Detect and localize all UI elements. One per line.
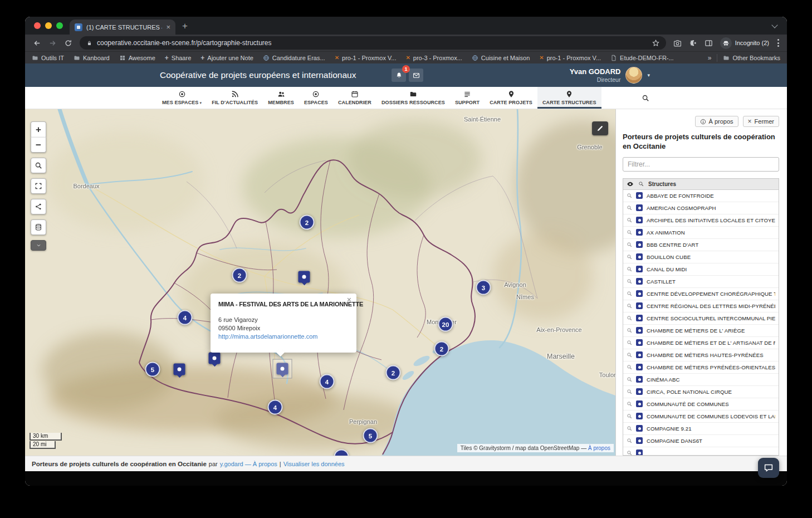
fullscreen-button[interactable]	[31, 178, 46, 194]
zoom-out-button[interactable]: −	[31, 137, 46, 153]
zoom-in-button[interactable]: +	[31, 121, 46, 137]
cluster-marker[interactable]: 2	[232, 268, 247, 283]
bookmark-item[interactable]: Etude-DEMO-FR-...	[610, 55, 674, 61]
back-button[interactable]	[30, 36, 44, 50]
nav-item-dossiers-ressources[interactable]: DOSSIERS RESSOURCES	[376, 87, 450, 109]
close-icon[interactable]: ×	[347, 296, 351, 304]
cluster-marker[interactable]: 4	[178, 310, 193, 325]
popup-link[interactable]: http://mima.artsdelamarionnette.com	[218, 333, 349, 340]
structure-row[interactable]: BBB CENTRE D'ART	[623, 239, 779, 251]
minimize-window-button[interactable]	[45, 22, 52, 29]
structure-row[interactable]: ARCHIPEL DES INITIATIVES LOCALES ET CITO…	[623, 214, 779, 227]
close-tab-icon[interactable]: ×	[166, 23, 170, 31]
structure-row[interactable]: AX ANIMATION	[623, 227, 779, 239]
structure-row[interactable]: ABBAYE DE FONTFROIDE	[623, 190, 779, 202]
structure-row[interactable]: CHAMBRE DE MÉTIERS ET DE L' ARTISANAT DE…	[623, 337, 779, 349]
bookmark-item[interactable]: Awesome	[119, 55, 155, 61]
structure-row[interactable]: CENTRE RÉGIONAL DES LETTRES MIDI-PYRÉNÉE…	[623, 300, 779, 312]
point-marker[interactable]	[299, 271, 310, 283]
structure-row[interactable]: CIRCA, POLE NATIONAL CIRQUE	[623, 386, 779, 398]
cluster-marker[interactable]: 4	[268, 400, 283, 415]
map-search-button[interactable]	[31, 158, 46, 173]
extensions-button[interactable]	[686, 36, 701, 50]
user-menu[interactable]: Yvan GODARD Directeur ▾	[570, 63, 650, 87]
nav-item-carte-projets[interactable]: CARTE PROJETS	[485, 87, 537, 109]
structure-row[interactable]: CENTRE DÉVELOPPEMENT CHORÉGRAPHIQUE TOUL…	[623, 288, 779, 300]
structure-row[interactable]: COMMUNAUTÉ DE COMMUNES	[623, 398, 779, 411]
other-bookmarks[interactable]: Other Bookmarks	[723, 55, 780, 61]
structure-row[interactable]: COMPAGNIE DANS6T	[623, 435, 779, 447]
cluster-marker[interactable]: 3	[476, 280, 491, 295]
cluster-marker[interactable]: 5	[145, 362, 160, 377]
cluster-marker[interactable]	[334, 449, 349, 456]
cluster-marker[interactable]: 4	[320, 374, 335, 389]
bookmark-item[interactable]: +Ajouter une Note	[200, 55, 253, 61]
bookmark-item[interactable]: Outils IT	[32, 55, 64, 61]
browser-tab[interactable]: (1) CARTE STRUCTURES - Co... ×	[70, 19, 175, 35]
edit-map-button[interactable]	[592, 121, 608, 135]
search-icon[interactable]	[642, 94, 649, 102]
structure-row[interactable]: CASTILLET	[623, 276, 779, 288]
bookmark-item[interactable]: Cuisine et Maison	[472, 55, 530, 61]
attribution-link[interactable]: À propos	[588, 445, 610, 451]
bookmarks-overflow-icon[interactable]: »	[708, 54, 712, 62]
cluster-marker[interactable]: 5	[363, 428, 378, 443]
notifications-button[interactable]: 1	[392, 69, 406, 82]
map[interactable]: Saint-ÉtienneGrenobleBordeauxAvignonNîme…	[25, 109, 615, 456]
share-button[interactable]	[31, 199, 46, 214]
collapse-controls-button[interactable]	[31, 240, 46, 251]
nav-item-support[interactable]: SUPPORT	[450, 87, 485, 109]
point-marker[interactable]	[277, 363, 288, 375]
structure-row[interactable]: BOUILLON CUBE	[623, 251, 779, 263]
structure-row[interactable]: CHAMBRE DE MÉTIERS PYRÉNÉES-ORIENTALES	[623, 361, 779, 374]
nav-item-carte-structures[interactable]: CARTE STRUCTURES	[537, 87, 601, 109]
cluster-marker[interactable]: 20	[438, 317, 453, 332]
structure-row[interactable]: CHAMBRE DE MÉTIERS DE L' ARIÈGE	[623, 325, 779, 337]
bookmark-item[interactable]: ✕pro-1 - Proxmox V...	[335, 55, 397, 61]
structure-row[interactable]: COMMUNAUTE DE COMMUNES LODEVOIS ET LARZA…	[623, 411, 779, 423]
chat-button[interactable]	[758, 458, 779, 478]
bookmark-item[interactable]: +Shaare	[165, 55, 192, 61]
about-button[interactable]: À propos	[695, 116, 738, 127]
cluster-marker[interactable]: 2	[434, 341, 449, 356]
nav-item-calendrier[interactable]: CALENDRIER	[333, 87, 376, 109]
bookmark-item[interactable]: ✕pro-3 - Proxmox...	[405, 55, 462, 61]
cluster-marker[interactable]: 2	[386, 365, 401, 380]
close-window-button[interactable]	[34, 22, 41, 29]
new-tab-button[interactable]: +	[182, 21, 188, 31]
browser-menu-icon[interactable]	[774, 36, 782, 50]
footer-author-link[interactable]: y.godard — À propos	[220, 461, 277, 467]
bookmark-item[interactable]: Candidature Eras...	[263, 55, 325, 61]
nav-item-membres[interactable]: MEMBRES	[263, 87, 299, 109]
point-marker[interactable]	[174, 364, 185, 375]
structure-row[interactable]: CINÉMA ABC	[623, 374, 779, 386]
bookmark-item[interactable]: Kanboard	[74, 55, 110, 61]
eye-icon[interactable]	[627, 180, 634, 188]
avatar[interactable]	[625, 67, 642, 84]
messages-button[interactable]	[409, 69, 423, 82]
nav-item-mes-espaces[interactable]: MES ESPACES ▾	[157, 87, 207, 109]
point-marker[interactable]	[209, 353, 221, 364]
bookmark-star-icon[interactable]	[652, 39, 660, 47]
forward-button[interactable]	[45, 36, 60, 50]
structure-row[interactable]: AMERICAN COSMOPRAPH	[623, 202, 779, 214]
structure-row[interactable]: COMPAGNIE 9.21	[623, 423, 779, 435]
layers-button[interactable]	[31, 219, 46, 235]
screenshot-button[interactable]	[671, 36, 685, 50]
bookmark-item[interactable]: ✕pro-1 - Proxmox V...	[539, 55, 601, 61]
structure-row[interactable]	[623, 447, 779, 456]
reload-button[interactable]	[61, 36, 75, 50]
cluster-marker[interactable]: 2	[300, 215, 315, 230]
structure-row[interactable]: CANAL DU MIDI	[623, 263, 779, 276]
incognito-badge[interactable]: Incognito (2)	[720, 37, 769, 49]
footer-data-link[interactable]: Visualiser les données	[283, 461, 345, 467]
nav-item-fil-d-actualit-s[interactable]: FIL D'ACTUALITÉS	[207, 87, 263, 109]
side-panel-button[interactable]	[702, 36, 716, 50]
chevron-down-icon[interactable]	[771, 22, 777, 28]
structure-row[interactable]: CENTRE SOCIOCULTUREL INTERCOMMUNAL PIERR…	[623, 312, 779, 325]
nav-item-espaces[interactable]: ESPACES	[299, 87, 333, 109]
close-panel-button[interactable]: × Fermer	[743, 116, 779, 127]
address-bar[interactable]: cooperative.occitanie-en-scene.fr/p/cart…	[80, 36, 666, 50]
zoom-window-button[interactable]	[56, 22, 63, 29]
structure-row[interactable]: CHAMBRE DE MÉTIERS HAUTES-PYRÉNÉES	[623, 349, 779, 361]
